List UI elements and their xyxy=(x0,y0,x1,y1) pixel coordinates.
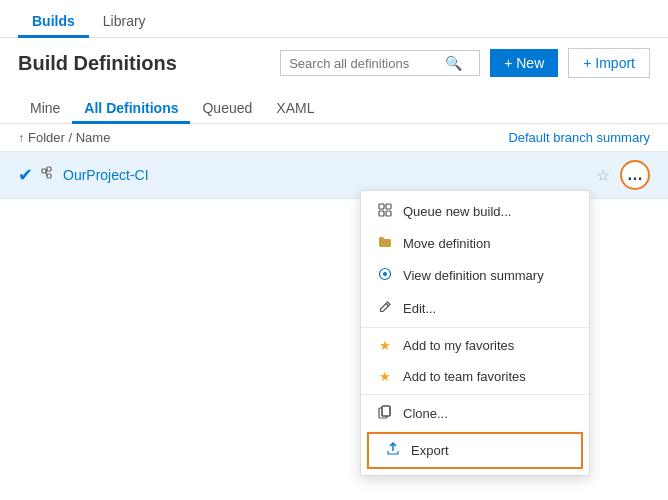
menu-item-export[interactable]: Export xyxy=(367,432,583,469)
menu-item-add-my-favorites[interactable]: ★ Add to my favorites xyxy=(361,330,589,361)
new-button[interactable]: + New xyxy=(490,49,558,77)
context-menu: Queue new build... Move definition View … xyxy=(360,190,590,476)
menu-item-clone[interactable]: Clone... xyxy=(361,397,589,430)
star-team-favorites-icon: ★ xyxy=(377,369,393,384)
definition-row: ✔ OurProject-CI ☆ … Queue new build... xyxy=(0,152,668,199)
tab-all-definitions[interactable]: All Definitions xyxy=(72,94,190,124)
svg-point-10 xyxy=(383,272,387,276)
tab-library[interactable]: Library xyxy=(89,5,160,38)
svg-rect-0 xyxy=(42,169,46,173)
menu-label-add-team-favorites: Add to team favorites xyxy=(403,369,526,384)
svg-rect-6 xyxy=(386,204,391,209)
svg-rect-8 xyxy=(386,211,391,216)
menu-label-edit: Edit... xyxy=(403,301,436,316)
top-nav: Builds Library xyxy=(0,0,668,38)
import-button[interactable]: + Import xyxy=(568,48,650,78)
svg-rect-1 xyxy=(47,167,51,171)
svg-line-4 xyxy=(46,171,47,176)
export-icon xyxy=(385,442,401,459)
menu-label-clone: Clone... xyxy=(403,406,448,421)
col-folder-name[interactable]: ↑ Folder / Name xyxy=(18,130,508,145)
menu-label-view-definition-summary: View definition summary xyxy=(403,268,544,283)
menu-item-view-definition-summary[interactable]: View definition summary xyxy=(361,259,589,292)
menu-divider-2 xyxy=(361,394,589,395)
row-checkmark-icon: ✔ xyxy=(18,164,33,186)
menu-divider-1 xyxy=(361,327,589,328)
tab-builds[interactable]: Builds xyxy=(18,5,89,38)
ellipsis-menu-button[interactable]: … xyxy=(620,160,650,190)
menu-item-edit[interactable]: Edit... xyxy=(361,292,589,325)
menu-item-queue-new-build[interactable]: Queue new build... xyxy=(361,195,589,228)
edit-icon xyxy=(377,300,393,317)
svg-rect-13 xyxy=(382,406,390,416)
menu-item-move-definition[interactable]: Move definition xyxy=(361,228,589,259)
folder-icon xyxy=(377,236,393,251)
view-icon xyxy=(377,267,393,284)
svg-rect-2 xyxy=(47,174,51,178)
column-headers: ↑ Folder / Name Default branch summary xyxy=(0,124,668,152)
clone-icon xyxy=(377,405,393,422)
header-row: Build Definitions 🔍 + New + Import xyxy=(0,38,668,88)
definition-name[interactable]: OurProject-CI xyxy=(63,167,596,183)
page-title: Build Definitions xyxy=(18,52,177,75)
sub-nav: Mine All Definitions Queued XAML xyxy=(0,88,668,124)
folder-name-label: Folder / Name xyxy=(28,130,110,145)
tab-queued[interactable]: Queued xyxy=(190,94,264,124)
tab-xaml[interactable]: XAML xyxy=(264,94,326,124)
svg-rect-7 xyxy=(379,211,384,216)
menu-label-move-definition: Move definition xyxy=(403,236,490,251)
menu-label-queue-new-build: Queue new build... xyxy=(403,204,511,219)
tab-mine[interactable]: Mine xyxy=(18,94,72,124)
menu-item-add-team-favorites[interactable]: ★ Add to team favorites xyxy=(361,361,589,392)
sort-arrow-icon: ↑ xyxy=(18,131,24,145)
search-box[interactable]: 🔍 xyxy=(280,50,480,76)
menu-label-export: Export xyxy=(411,443,449,458)
svg-rect-5 xyxy=(379,204,384,209)
definition-type-icon xyxy=(41,166,57,185)
svg-line-11 xyxy=(386,304,389,307)
menu-label-add-my-favorites: Add to my favorites xyxy=(403,338,514,353)
col-branch-summary: Default branch summary xyxy=(508,130,650,145)
search-input[interactable] xyxy=(289,56,439,71)
queue-icon xyxy=(377,203,393,220)
search-icon: 🔍 xyxy=(445,55,462,71)
star-my-favorites-icon: ★ xyxy=(377,338,393,353)
favorite-star-icon[interactable]: ☆ xyxy=(596,166,610,185)
